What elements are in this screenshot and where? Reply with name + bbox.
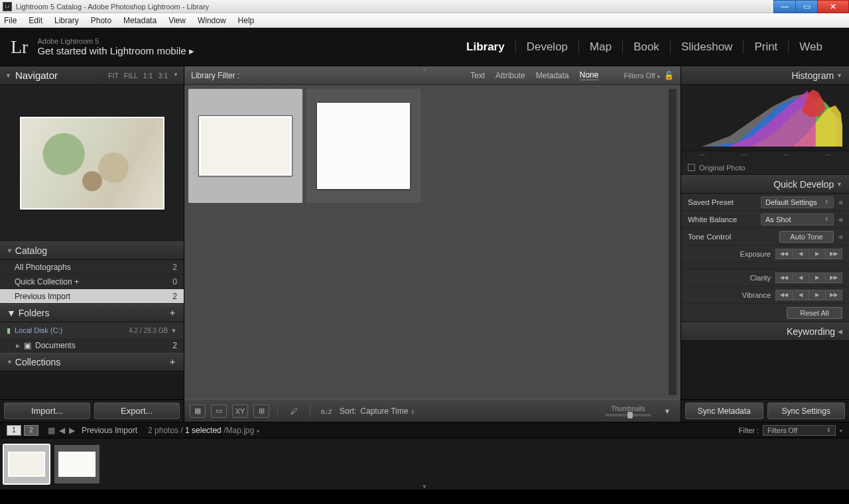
chevron-left-icon[interactable]: ◀ xyxy=(838,233,842,240)
chevron-left-icon[interactable]: ◀ xyxy=(838,216,842,223)
filter-tab-metadata[interactable]: Metadata xyxy=(536,71,569,80)
filmstrip-cell[interactable] xyxy=(4,445,49,483)
navigator-preview[interactable] xyxy=(0,85,184,241)
zoom-3to1[interactable]: 3:1 xyxy=(158,72,168,80)
lock-icon[interactable]: 🔓 xyxy=(664,71,674,80)
original-photo-toggle[interactable]: Original Photo xyxy=(681,160,849,175)
nav-back-icon[interactable]: ◀ xyxy=(59,426,65,435)
catalog-all-photographs[interactable]: All Photographs 2 xyxy=(0,260,184,275)
menu-edit[interactable]: Edit xyxy=(29,16,42,25)
sort-value[interactable]: Capture Time ⇕ xyxy=(360,407,415,416)
vibrance-inc[interactable]: ▶ xyxy=(809,290,826,300)
reset-all-button[interactable]: Reset All xyxy=(787,307,842,319)
vibrance-dec[interactable]: ◀ xyxy=(792,290,809,300)
module-library[interactable]: Library xyxy=(456,40,515,54)
exposure-inc[interactable]: ▶ xyxy=(809,249,826,259)
volume-local-disk[interactable]: ▮ Local Disk (C:) 4.2 / 29.3 GB▼ xyxy=(0,322,184,338)
grid-cell-selected[interactable] xyxy=(188,89,302,203)
zoom-1to1[interactable]: 1:1 xyxy=(143,72,153,80)
sync-metadata-button[interactable]: Sync Metadata xyxy=(685,403,763,419)
histogram-header[interactable]: Histogram ▼ xyxy=(681,66,849,85)
zoom-fit[interactable]: FIT xyxy=(108,72,119,80)
catalog-header[interactable]: ▼ Catalog xyxy=(0,241,184,260)
auto-tone-button[interactable]: Auto Tone xyxy=(779,231,834,243)
view-compare-icon[interactable]: XY xyxy=(232,405,248,418)
status-filter-select[interactable]: Filters Off⇕ xyxy=(763,425,836,436)
view-loupe-icon[interactable]: ▭ xyxy=(211,405,227,418)
zoom-fill[interactable]: FILL xyxy=(124,72,138,80)
view-survey-icon[interactable]: ⊞ xyxy=(253,405,269,418)
menu-library[interactable]: Library xyxy=(54,16,79,25)
export-button[interactable]: Export... xyxy=(94,403,180,419)
keywording-title: Keywording xyxy=(787,326,835,337)
filter-switch-icon[interactable]: ▪ xyxy=(840,426,842,434)
vibrance-dec2[interactable]: ◀◀ xyxy=(775,290,793,300)
catalog-quick-collection[interactable]: Quick Collection + 0 xyxy=(0,275,184,289)
navigator-header[interactable]: ▼ Navigator FIT FILL 1:1 3:1 ▼ xyxy=(0,66,184,85)
grid-scrollbar[interactable] xyxy=(669,89,677,395)
saved-preset-select[interactable]: Default Settings⇕ xyxy=(761,196,834,208)
keywording-header[interactable]: Keywording ◀ xyxy=(681,322,849,341)
exposure-dec2[interactable]: ◀◀ xyxy=(775,249,793,259)
menu-photo[interactable]: Photo xyxy=(91,16,111,25)
sort-label: Sort: xyxy=(340,407,356,416)
folders-header[interactable]: ▼ Folders ＋ xyxy=(0,304,184,322)
exposure-dec[interactable]: ◀ xyxy=(792,249,809,259)
close-button[interactable]: ✕ xyxy=(817,0,849,13)
menu-view[interactable]: View xyxy=(168,16,186,25)
panel-grip-bottom[interactable]: ▼ xyxy=(422,483,428,490)
view-grid-icon[interactable]: ▦ xyxy=(190,405,206,418)
module-picker: Lr Adobe Lightroom 5 Get started with Li… xyxy=(0,28,849,66)
brand-line2[interactable]: Get started with Lightroom mobile ▸ xyxy=(37,45,194,57)
quick-develop-header[interactable]: Quick Develop ▼ xyxy=(681,175,849,194)
import-button[interactable]: Import... xyxy=(4,403,90,419)
status-source[interactable]: Previous Import xyxy=(82,426,137,435)
library-filter-bar: Library Filter : Text Attribute Metadata… xyxy=(184,66,681,85)
toolbar-menu-icon[interactable]: ▼ xyxy=(659,405,675,418)
menu-window[interactable]: Window xyxy=(198,16,226,25)
filmstrip-cell[interactable] xyxy=(54,445,99,483)
add-folder-icon[interactable]: ＋ xyxy=(168,307,177,319)
maximize-button[interactable]: ▭ xyxy=(795,0,818,13)
clarity-dec[interactable]: ◀ xyxy=(792,273,809,283)
module-map[interactable]: Map xyxy=(578,40,622,54)
module-web[interactable]: Web xyxy=(788,40,833,54)
menu-metadata[interactable]: Metadata xyxy=(123,16,157,25)
menu-help[interactable]: Help xyxy=(238,16,255,25)
module-book[interactable]: Book xyxy=(622,40,670,54)
secondary-display-2[interactable]: 2 xyxy=(24,425,38,436)
filter-tab-attribute[interactable]: Attribute xyxy=(495,71,525,80)
clarity-inc[interactable]: ▶ xyxy=(809,273,826,283)
filter-state[interactable]: Filters Off ▾ xyxy=(623,72,660,80)
module-print[interactable]: Print xyxy=(743,40,788,54)
zoom-menu-icon[interactable]: ▼ xyxy=(173,72,178,80)
add-collection-icon[interactable]: ＋ xyxy=(168,356,177,368)
filter-tab-text[interactable]: Text xyxy=(470,71,485,80)
folder-documents[interactable]: ▶ ▣ Documents 2 xyxy=(0,338,184,353)
exposure-inc2[interactable]: ▶▶ xyxy=(825,249,842,259)
collections-header[interactable]: ▼ Collections ＋ xyxy=(0,353,184,371)
panel-grip-top[interactable]: ▲ xyxy=(422,66,428,72)
minimize-button[interactable]: — xyxy=(773,0,796,13)
chevron-left-icon[interactable]: ◀ xyxy=(838,199,842,206)
secondary-display-1[interactable]: 1 xyxy=(7,425,21,436)
sync-settings-button[interactable]: Sync Settings xyxy=(767,403,846,419)
grid-cell[interactable] xyxy=(306,89,421,203)
clarity-dec2[interactable]: ◀◀ xyxy=(775,273,793,283)
painter-icon[interactable]: 🖊 xyxy=(286,405,302,418)
filter-tab-none[interactable]: None xyxy=(580,70,599,80)
module-develop[interactable]: Develop xyxy=(515,40,578,54)
white-balance-select[interactable]: As Shot⇕ xyxy=(761,214,834,225)
catalog-previous-import[interactable]: Previous Import 2 xyxy=(0,289,184,304)
chevron-down-icon[interactable]: ▼ xyxy=(170,327,177,334)
thumbnail-size-slider[interactable]: Thumbnails xyxy=(605,405,651,416)
menu-file[interactable]: File xyxy=(4,16,17,25)
chevron-right-icon: ▶ xyxy=(16,343,20,349)
grid-small-icon[interactable]: ▦ xyxy=(48,426,55,435)
module-slideshow[interactable]: Slideshow xyxy=(670,40,744,54)
sort-direction-icon[interactable]: a↓z xyxy=(318,405,334,418)
nav-fwd-icon[interactable]: ▶ xyxy=(69,426,75,435)
vibrance-inc2[interactable]: ▶▶ xyxy=(825,290,842,300)
histogram-display xyxy=(681,85,849,151)
clarity-inc2[interactable]: ▶▶ xyxy=(825,273,842,283)
